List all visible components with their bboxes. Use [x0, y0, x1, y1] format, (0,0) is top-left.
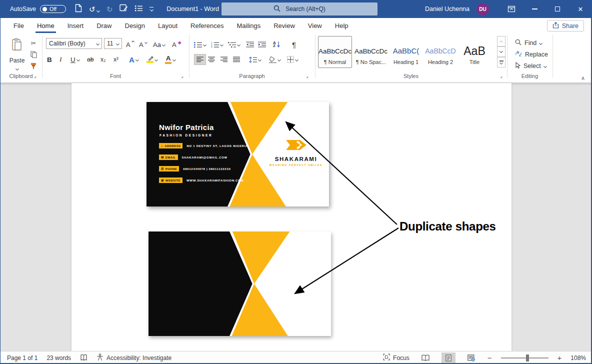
- autosave-toggle-knob: [42, 7, 47, 12]
- underline-button[interactable]: U: [70, 54, 80, 65]
- change-case-button[interactable]: Aa: [153, 39, 165, 50]
- styles-dialog-launcher[interactable]: ⌟: [500, 73, 502, 78]
- proofing-icon[interactable]: [80, 352, 88, 364]
- ribbon-display-options-icon[interactable]: [500, 0, 523, 18]
- arrow-to-card1[interactable]: [286, 122, 397, 224]
- styles-scroll-down-icon[interactable]: [497, 46, 506, 57]
- close-button[interactable]: ✕: [569, 0, 592, 18]
- style-title[interactable]: AaB Title: [459, 36, 490, 68]
- search-input[interactable]: Search (Alt+Q): [222, 2, 378, 16]
- pilcrow-button[interactable]: ¶: [292, 39, 296, 50]
- highlight-color-button[interactable]: [146, 54, 158, 65]
- new-file-icon[interactable]: [75, 4, 82, 14]
- tab-layout[interactable]: Layout: [152, 18, 184, 33]
- shrink-font-button[interactable]: A: [139, 39, 147, 50]
- decrease-indent-button[interactable]: [246, 39, 254, 50]
- save-icon[interactable]: [120, 4, 128, 14]
- cut-icon[interactable]: ✂: [28, 38, 39, 48]
- avatar-initials: DU: [479, 6, 486, 12]
- style-no-spacing[interactable]: AaBbCcDc ¶ No Spac...: [354, 36, 388, 68]
- clipboard-dialog-launcher[interactable]: ⌟: [34, 73, 36, 78]
- search-placeholder: Search (Alt+Q): [286, 6, 326, 12]
- text-effects-button[interactable]: A: [129, 54, 138, 65]
- borders-button[interactable]: [287, 54, 298, 65]
- focus-mode-button[interactable]: Focus: [383, 352, 410, 364]
- zoom-level[interactable]: 108%: [570, 352, 586, 364]
- bullet-list-icon[interactable]: [135, 4, 142, 14]
- accessibility-status[interactable]: Accessibility: Investigate: [96, 352, 172, 364]
- collapse-ribbon-icon[interactable]: ∧: [581, 75, 585, 82]
- format-painter-icon[interactable]: [28, 61, 39, 71]
- arrow-to-card2[interactable]: [295, 228, 398, 294]
- font-dialog-launcher[interactable]: ⌟: [181, 73, 184, 78]
- font-group-label: Font: [42, 73, 189, 79]
- web-layout-button[interactable]: [464, 352, 478, 364]
- tab-references[interactable]: References: [184, 18, 230, 33]
- font-name-select[interactable]: Calibri (Body): [46, 38, 102, 49]
- page-indicator[interactable]: Page 1 of 1: [7, 352, 38, 364]
- style-heading-2[interactable]: AaBbCcD Heading 2: [424, 36, 457, 68]
- maximize-button[interactable]: [546, 0, 569, 18]
- font-color-button[interactable]: A: [165, 54, 176, 65]
- font-size-select[interactable]: 11: [104, 38, 122, 49]
- undo-icon[interactable]: ↺: [89, 6, 100, 13]
- avatar[interactable]: DU: [476, 3, 489, 16]
- zoom-slider-thumb[interactable]: [526, 354, 529, 362]
- highlighter-icon: [146, 56, 154, 63]
- align-left-button[interactable]: [194, 54, 206, 65]
- customize-qat-chevron-icon[interactable]: [150, 7, 154, 11]
- minimize-button[interactable]: [523, 0, 546, 18]
- align-center-button[interactable]: [208, 54, 215, 65]
- read-mode-button[interactable]: [418, 352, 432, 364]
- zoom-in-button[interactable]: +: [558, 354, 562, 362]
- sort-button[interactable]: AZ: [273, 39, 280, 50]
- replace-icon: bc: [515, 50, 522, 58]
- numbering-button[interactable]: 123: [211, 39, 223, 50]
- print-layout-button[interactable]: [442, 352, 456, 364]
- tab-mailings[interactable]: Mailings: [230, 18, 268, 33]
- style-normal[interactable]: AaBbCcDc ¶ Normal: [318, 36, 352, 68]
- select-button[interactable]: Select: [515, 61, 546, 71]
- tab-file[interactable]: File: [7, 18, 30, 33]
- share-button[interactable]: Share: [547, 20, 584, 32]
- zoom-slider[interactable]: [501, 358, 548, 358]
- tab-help[interactable]: Help: [328, 18, 355, 33]
- word-count[interactable]: 23 words: [46, 352, 71, 364]
- annotation-arrows: [0, 83, 592, 351]
- paste-button[interactable]: Paste: [6, 36, 28, 71]
- redo-icon[interactable]: ↻: [106, 6, 113, 13]
- subscript-button[interactable]: x₂: [100, 54, 106, 65]
- multilevel-list-button[interactable]: [228, 39, 240, 50]
- line-spacing-button[interactable]: [249, 54, 261, 65]
- tab-design[interactable]: Design: [118, 18, 152, 33]
- strikethrough-button[interactable]: ab: [87, 54, 94, 65]
- tab-view[interactable]: View: [302, 18, 328, 33]
- select-cursor-icon: [515, 62, 520, 70]
- italic-button[interactable]: I: [60, 54, 62, 65]
- tab-draw[interactable]: Draw: [90, 18, 118, 33]
- justify-button[interactable]: [233, 54, 240, 65]
- grow-font-button[interactable]: A: [126, 39, 134, 50]
- increase-indent-button[interactable]: [258, 39, 266, 50]
- align-right-button[interactable]: [220, 54, 228, 65]
- bold-button[interactable]: B: [47, 54, 52, 65]
- shading-button[interactable]: [269, 54, 280, 65]
- copy-icon[interactable]: [28, 50, 39, 60]
- tab-review[interactable]: Review: [267, 18, 302, 33]
- replace-button[interactable]: bc Replace: [515, 50, 548, 60]
- paragraph-dialog-launcher[interactable]: ⌟: [306, 73, 308, 78]
- clear-formatting-button[interactable]: A◆: [172, 39, 182, 50]
- superscript-button[interactable]: x²: [114, 54, 118, 65]
- document-canvas: Nwifor Patricia FASHION DESIGNER ⌂ADDRES…: [0, 83, 592, 351]
- tab-home[interactable]: Home: [30, 18, 61, 33]
- zoom-out-button[interactable]: −: [488, 354, 492, 362]
- clipboard-icon: [11, 38, 23, 53]
- bullets-button[interactable]: [194, 39, 206, 50]
- annotation-text[interactable]: Duplicate shapes: [400, 220, 496, 234]
- find-button[interactable]: Find: [515, 38, 542, 48]
- styles-scroll-up-icon[interactable]: [497, 36, 506, 46]
- style-heading-1[interactable]: AaBbC( Heading 1: [390, 36, 422, 68]
- autosave-toggle[interactable]: Off: [40, 5, 66, 13]
- tab-insert[interactable]: Insert: [61, 18, 90, 33]
- styles-gallery-more-icon[interactable]: [497, 57, 506, 68]
